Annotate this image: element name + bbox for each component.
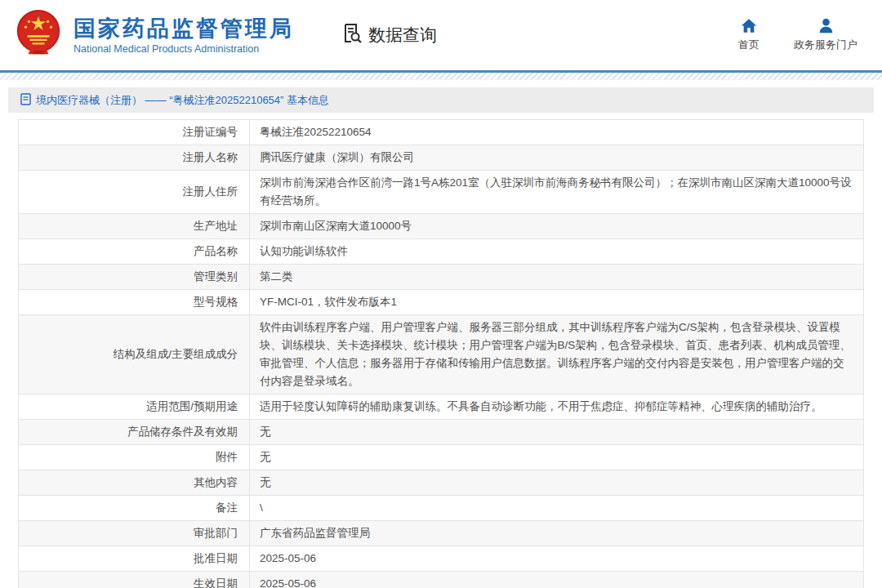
top-nav: 首页 政务服务门户	[738, 18, 858, 52]
field-value: 无	[250, 420, 864, 445]
table-row: 备注\	[19, 496, 864, 521]
user-icon	[818, 18, 834, 33]
field-label: 产品名称	[19, 239, 250, 265]
breadcrumb[interactable]: 境内医疗器械（注册） —— “粤械注准20252210654” 基本信息	[8, 87, 874, 113]
field-label: 注册人住所	[19, 171, 250, 214]
nav-home[interactable]: 首页	[738, 18, 760, 52]
field-value: 深圳市前海深港合作区前湾一路1号A栋201室（入驻深圳市前海商务秘书有限公司）；…	[250, 171, 864, 214]
nav-gov-portal[interactable]: 政务服务门户	[794, 18, 858, 52]
national-emblem-logo	[13, 8, 64, 62]
field-value: \	[250, 496, 864, 521]
table-row: 批准日期2025-05-06	[19, 546, 864, 572]
field-value: 深圳市南山区深南大道10000号	[250, 214, 864, 239]
table-row: 生产地址深圳市南山区深南大道10000号	[19, 214, 864, 239]
field-label: 审批部门	[19, 521, 250, 546]
field-label: 其他内容	[19, 470, 250, 496]
table-row: 其他内容无	[19, 470, 864, 496]
page-header: 国家药品监督管理局 National Medical Products Admi…	[0, 0, 882, 70]
field-value: 第二类	[250, 265, 864, 290]
field-label: 附件	[19, 445, 250, 470]
table-row: 注册人住所深圳市前海深港合作区前湾一路1号A栋201室（入驻深圳市前海商务秘书有…	[19, 171, 864, 214]
table-row: 注册人名称腾讯医疗健康（深圳）有限公司	[19, 145, 864, 171]
field-value: 无	[250, 470, 864, 496]
field-label: 型号规格	[19, 290, 250, 315]
registration-info-table: 注册证编号粤械注准20252210654注册人名称腾讯医疗健康（深圳）有限公司注…	[18, 119, 864, 588]
field-value: 无	[250, 445, 864, 470]
table-row: 附件无	[19, 445, 864, 470]
field-value: 软件由训练程序客户端、用户管理客户端、服务器三部分组成，其中训练程序客户端为C/…	[250, 315, 864, 394]
hatch-stripe-band	[0, 73, 882, 80]
table-row: 管理类别第二类	[19, 265, 864, 290]
field-label: 注册人名称	[19, 145, 250, 171]
table-row: 产品储存条件及有效期无	[19, 420, 864, 445]
data-query-label: 数据查询	[368, 24, 437, 47]
field-value: 适用于轻度认知障碍的辅助康复训练。不具备自动诊断功能，不用于焦虑症、抑郁症等精神…	[250, 394, 864, 420]
search-document-icon	[341, 22, 363, 48]
brand-block: 国家药品监督管理局 National Medical Products Admi…	[74, 16, 294, 55]
field-value: 粤械注准20252210654	[250, 120, 864, 145]
nav-home-label: 首页	[738, 38, 760, 52]
table-row: 适用范围/预期用途适用于轻度认知障碍的辅助康复训练。不具备自动诊断功能，不用于焦…	[19, 394, 864, 420]
info-table-body: 注册证编号粤械注准20252210654注册人名称腾讯医疗健康（深圳）有限公司注…	[19, 120, 864, 588]
field-label: 适用范围/预期用途	[19, 394, 250, 420]
breadcrumb-text: 境内医疗器械（注册） —— “粤械注准20252210654” 基本信息	[36, 93, 329, 108]
field-value: 2025-05-06	[250, 572, 864, 588]
field-label: 生产地址	[19, 214, 250, 239]
document-icon	[20, 93, 31, 108]
home-icon	[741, 18, 757, 33]
field-label: 管理类别	[19, 265, 250, 290]
table-row: 产品名称认知功能训练软件	[19, 239, 864, 265]
field-label: 生效日期	[19, 572, 250, 588]
field-label: 批准日期	[19, 546, 250, 572]
field-value: 腾讯医疗健康（深圳）有限公司	[250, 145, 864, 171]
field-label: 注册证编号	[19, 120, 250, 145]
site-title: 国家药品监督管理局	[74, 16, 294, 41]
table-row: 生效日期2025-05-06	[19, 572, 864, 588]
field-value: YF-MCI-01，软件发布版本1	[250, 290, 864, 315]
table-row: 审批部门广东省药品监督管理局	[19, 521, 864, 546]
nav-gov-portal-label: 政务服务门户	[794, 38, 858, 52]
field-label: 结构及组成/主要组成成分	[19, 315, 250, 394]
field-value: 广东省药品监督管理局	[250, 521, 864, 546]
field-value: 2025-05-06	[250, 546, 864, 572]
field-value: 认知功能训练软件	[250, 239, 864, 265]
field-label: 备注	[19, 496, 250, 521]
table-row: 结构及组成/主要组成成分软件由训练程序客户端、用户管理客户端、服务器三部分组成，…	[19, 315, 864, 394]
table-row: 型号规格YF-MCI-01，软件发布版本1	[19, 290, 864, 315]
field-label: 产品储存条件及有效期	[19, 420, 250, 445]
site-subtitle: National Medical Products Administration	[74, 43, 294, 55]
table-row: 注册证编号粤械注准20252210654	[19, 120, 864, 145]
data-query-title: 数据查询	[341, 22, 437, 48]
